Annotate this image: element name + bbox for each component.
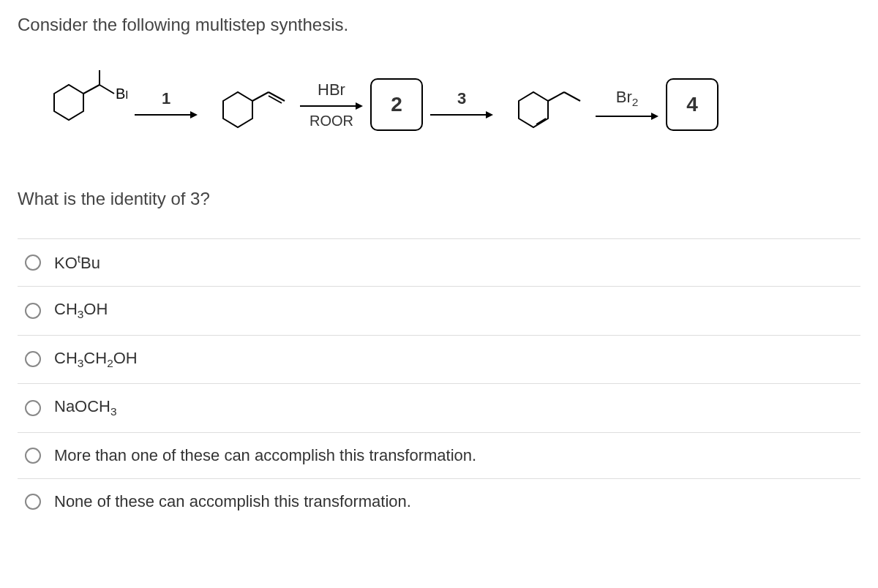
svg-line-16 — [548, 92, 564, 101]
svg-marker-14 — [519, 92, 548, 127]
svg-line-7 — [252, 92, 269, 101]
radio-icon — [25, 303, 41, 319]
arrow-icon — [594, 111, 660, 121]
step-2-arrow: HBr ROOR — [299, 80, 364, 129]
starting-material: Br — [32, 64, 127, 145]
option-4[interactable]: NaOCH3 — [18, 384, 860, 432]
step-4-arrow: Br2 — [594, 88, 660, 121]
question-intro: Consider the following multistep synthes… — [18, 15, 860, 35]
svg-marker-6 — [223, 92, 252, 127]
br-label: Br — [116, 86, 127, 102]
svg-marker-11 — [356, 102, 363, 110]
svg-marker-13 — [486, 111, 493, 118]
step-1-arrow: 1 — [133, 89, 199, 120]
option-5[interactable]: More than one of these can accomplish th… — [18, 433, 860, 479]
radio-icon — [25, 400, 41, 416]
arrow-icon — [133, 110, 199, 120]
step-2-bottom-label: ROOR — [309, 113, 353, 129]
arrow-icon — [429, 110, 495, 120]
product-alkene — [500, 72, 588, 137]
svg-marker-5 — [190, 111, 198, 118]
box-2: 2 — [370, 78, 423, 131]
option-label: More than one of these can accomplish th… — [54, 446, 476, 465]
reaction-scheme: Br 1 HBr ROOR 2 3 — [32, 64, 860, 145]
intermediate-alkene — [205, 72, 293, 137]
box-4: 4 — [666, 78, 718, 131]
svg-line-17 — [564, 92, 580, 101]
svg-line-1 — [83, 85, 100, 94]
svg-marker-19 — [651, 113, 658, 120]
option-label: NaOCH3 — [54, 397, 117, 418]
step-4-label: Br2 — [616, 88, 639, 109]
svg-line-3 — [100, 85, 114, 94]
svg-line-9 — [269, 96, 282, 103]
option-6[interactable]: None of these can accomplish this transf… — [18, 479, 860, 524]
options-list: KOtBu CH3OH CH3CH2OH NaOCH3 More than on… — [18, 238, 860, 524]
option-2[interactable]: CH3OH — [18, 287, 860, 335]
step-3-label: 3 — [457, 89, 466, 108]
radio-icon — [25, 494, 41, 510]
step-3-arrow: 3 — [429, 89, 495, 120]
arrow-icon — [299, 101, 364, 111]
option-label: KOtBu — [54, 252, 100, 273]
option-label: CH3CH2OH — [54, 349, 138, 370]
radio-icon — [25, 255, 41, 271]
option-label: CH3OH — [54, 300, 108, 321]
option-1[interactable]: KOtBu — [18, 239, 860, 287]
radio-icon — [25, 448, 41, 464]
option-label: None of these can accomplish this transf… — [54, 492, 411, 511]
sub-question: What is the identity of 3? — [18, 189, 860, 209]
step-1-label: 1 — [162, 89, 170, 108]
step-2-top-label: HBr — [318, 80, 345, 99]
radio-icon — [25, 351, 41, 367]
option-3[interactable]: CH3CH2OH — [18, 336, 860, 384]
svg-marker-0 — [54, 85, 83, 120]
